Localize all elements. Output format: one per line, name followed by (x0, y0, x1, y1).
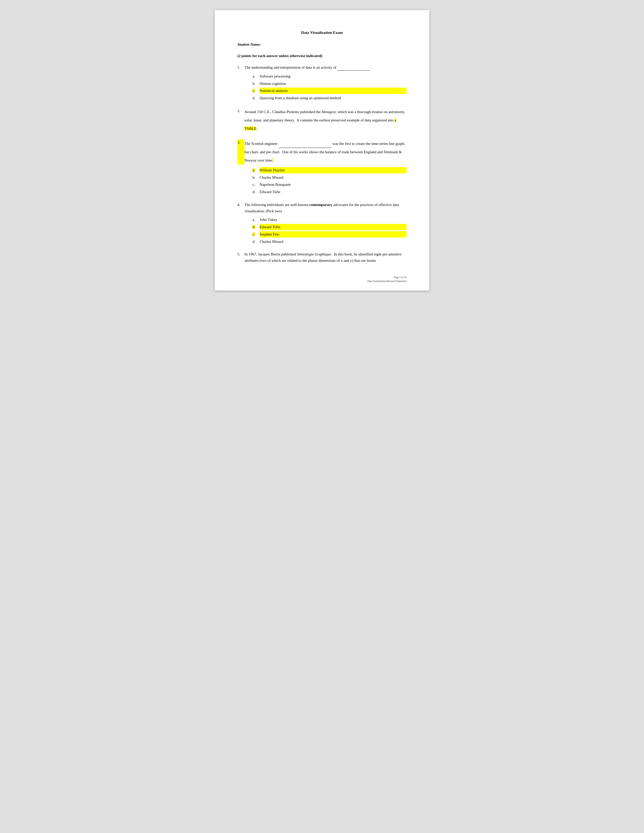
page-footer: Page 1 of 19 Data Visualization Research… (367, 275, 407, 283)
q1-option-d: d. Querying from a database using an opt… (253, 95, 407, 101)
q1-opt-a-label: a. (253, 73, 259, 79)
q4-number: 4. (237, 202, 245, 214)
q3-options: a. William Playfair b. Charles Minard c.… (253, 167, 407, 195)
footer-course: Data Visualization Research Questions (367, 279, 407, 283)
q1-blank (337, 64, 370, 71)
question-5: 5. In 1967, Jacques Bertin published Sém… (237, 251, 407, 264)
q3-option-b: b. Charles Minard (253, 174, 407, 181)
q3-opt-a-text: William Playfair (259, 167, 407, 174)
q1-option-c: c. Statistical analysis (253, 88, 407, 94)
q1-opt-a-text: Software processing (259, 73, 407, 79)
q1-opt-b-label: b. (253, 80, 259, 87)
student-name-label: Student Name: (237, 42, 407, 47)
q3-opt-d-text: Edward Tufte (259, 189, 407, 195)
q1-opt-d-text: Querying from a database using an optimi… (259, 95, 407, 101)
q2-number: 2. (237, 108, 245, 133)
q4-option-c: c. Stephen Few (253, 231, 407, 238)
q1-opt-b-text: Human cognition (259, 80, 407, 87)
q4-opt-a-text: John Tukey (259, 217, 407, 223)
q3-opt-d-label: d. (253, 189, 259, 195)
q3-opt-c-text: Napoleon Bonaparte (259, 182, 407, 188)
q3-option-c: c. Napoleon Bonaparte (253, 182, 407, 188)
exam-page: Data Visualization Exam Student Name: (2… (215, 10, 429, 291)
q4-opt-b-label: b. (253, 224, 259, 230)
q4-opt-c-label: c. (253, 231, 259, 238)
q1-opt-c-label: c. (253, 88, 259, 94)
q4-option-b: b. Edward Tufte (253, 224, 407, 230)
q4-opt-a-label: a. (253, 217, 259, 223)
q4-options: a. John Tukey b. Edward Tufte c. Stephen… (253, 217, 407, 244)
q4-opt-d-text: Charles Minard (259, 238, 407, 245)
question-1: 1. The understanding and interpretation … (237, 64, 407, 101)
question-4: 4. The following individuals are well-kn… (237, 202, 407, 245)
q1-text: The understanding and interpretation of … (245, 64, 407, 71)
instructions: (2 points for each answer unless otherwi… (237, 54, 407, 58)
q3-opt-b-text: Charles Minard (259, 174, 407, 181)
q1-number: 1. (237, 64, 245, 71)
q5-italic: Sémiologie Graphique (297, 252, 331, 256)
q5-text: In 1967, Jacques Bertin published Sémiol… (245, 251, 407, 264)
q3-opt-b-label: b. (253, 174, 259, 181)
q3-text: The Scottish engineer was the first to c… (245, 139, 407, 165)
q4-option-d: d. Charles Minard (253, 238, 407, 245)
question-3: 3. The Scottish engineer was the first t… (237, 139, 407, 195)
q2-text: Around 150 C.E., Claudius Ptolemy publis… (245, 108, 407, 133)
questions-list: 1. The understanding and interpretation … (237, 64, 407, 264)
question-2: 2. Around 150 C.E., Claudius Ptolemy pub… (237, 108, 407, 133)
q1-option-a: a. Software processing (253, 73, 407, 79)
q3-blank (279, 139, 332, 148)
q4-option-a: a. John Tukey (253, 217, 407, 223)
q2-highlight-table: a TABLE (245, 118, 396, 130)
q3-option-a: a. William Playfair (253, 167, 407, 174)
q3-opt-a-label: a. (253, 167, 259, 174)
q1-option-b: b. Human cognition (253, 80, 407, 87)
page-title: Data Visualization Exam (237, 30, 407, 35)
q3-option-d: d. Edward Tufte (253, 189, 407, 195)
q4-opt-d-label: d. (253, 238, 259, 245)
q4-text: The following individuals are well-known… (245, 202, 407, 214)
q1-opt-d-label: d. (253, 95, 259, 101)
footer-page-number: Page 1 of 19 (367, 275, 407, 279)
q3-number: 3. (237, 139, 245, 165)
q3-period-highlight: . (272, 158, 273, 162)
q4-opt-c-text: Stephen Few (259, 231, 407, 238)
q1-options: a. Software processing b. Human cognitio… (253, 73, 407, 101)
q3-opt-c-label: c. (253, 182, 259, 188)
q2-italic: Almagest (322, 110, 336, 114)
q5-number: 5. (237, 251, 245, 264)
q4-bold-contemporary: contemporary (309, 203, 332, 207)
q1-opt-c-text: Statistical analysis (259, 88, 407, 94)
q4-opt-b-text: Edward Tufte (259, 224, 407, 230)
